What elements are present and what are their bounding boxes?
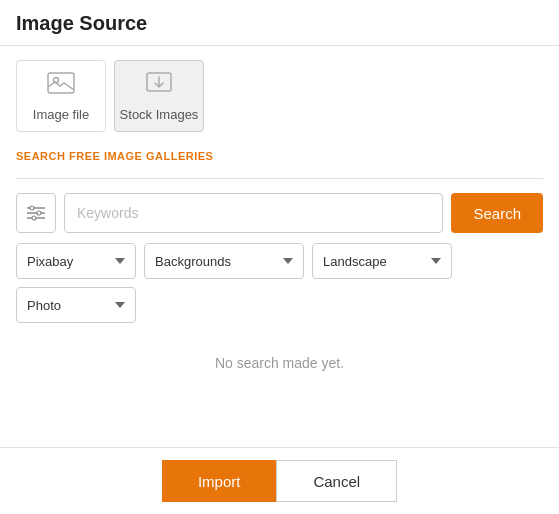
cancel-button[interactable]: Cancel [276, 460, 397, 502]
category-select[interactable]: Backgrounds Nature Architecture [144, 243, 304, 279]
gallery-link[interactable]: SEARCH FREE IMAGE GALLERIES [16, 150, 213, 162]
keyword-input[interactable] [64, 193, 443, 233]
main-container: Image Source Image file [0, 0, 559, 514]
svg-point-7 [37, 211, 41, 215]
orientation-select[interactable]: Landscape Portrait Square [312, 243, 452, 279]
page-title: Image Source [16, 12, 543, 35]
source-tabs: Image file Stock Images [16, 60, 543, 132]
header: Image Source [0, 0, 559, 46]
footer: Import Cancel [0, 447, 559, 514]
svg-point-6 [30, 206, 34, 210]
image-file-icon [47, 71, 75, 101]
filter-toggle-button[interactable] [16, 193, 56, 233]
type-select[interactable]: Photo Illustration Vector [16, 287, 136, 323]
search-button[interactable]: Search [451, 193, 543, 233]
svg-rect-0 [48, 73, 74, 93]
svg-point-8 [32, 216, 36, 220]
image-file-tab-label: Image file [33, 107, 89, 122]
filters-row-2: Photo Illustration Vector [16, 287, 543, 323]
source-section: Image file Stock Images SEARCH FREE IMAG… [0, 46, 559, 179]
no-search-message: No search made yet. [16, 355, 543, 371]
image-file-tab[interactable]: Image file [16, 60, 106, 132]
search-section: Search Pixabay Unsplash Pexels Backgroun… [0, 179, 559, 323]
filters-row-1: Pixabay Unsplash Pexels Backgrounds Natu… [16, 243, 543, 279]
search-row: Search [16, 193, 543, 233]
stock-images-tab[interactable]: Stock Images [114, 60, 204, 132]
content-area: No search made yet. [0, 323, 559, 447]
import-button[interactable]: Import [162, 460, 277, 502]
stock-images-tab-label: Stock Images [120, 107, 199, 122]
stock-images-icon [146, 71, 172, 101]
source-select[interactable]: Pixabay Unsplash Pexels [16, 243, 136, 279]
